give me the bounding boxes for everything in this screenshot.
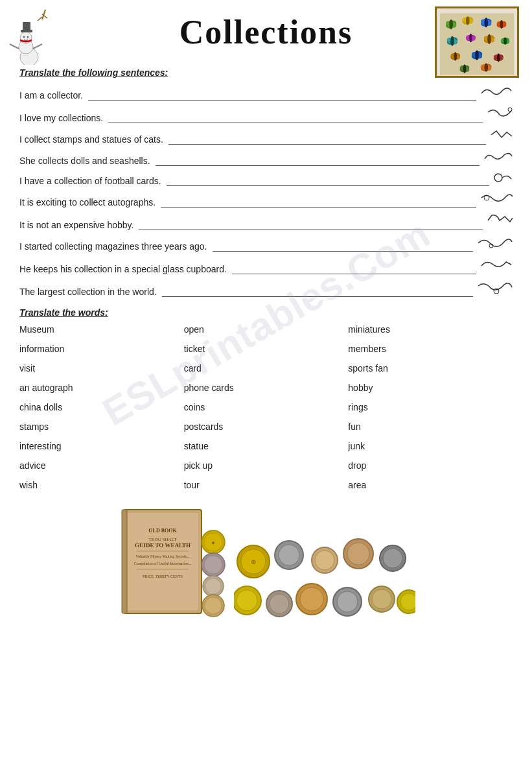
sentence-text: I am a collector. <box>19 90 83 101</box>
answer-line <box>156 154 480 166</box>
answer-line <box>88 89 476 101</box>
svg-point-39 <box>454 52 457 60</box>
butterfly-image <box>435 6 519 78</box>
sentence-row: It is not an expensive hobby. <box>19 213 513 230</box>
svg-point-27 <box>450 36 454 46</box>
sentence-row: I have a collection of football cards. <box>19 171 513 186</box>
svg-text:OLD BOOK: OLD BOOK <box>148 528 177 534</box>
svg-point-95 <box>337 591 358 612</box>
word-item: card <box>184 363 349 373</box>
bottom-images: OLD BOOK THOU SHALT GUIDE TO WEALTH Valu… <box>19 503 513 633</box>
doodle-icon <box>487 106 513 123</box>
character-left <box>6 6 52 58</box>
word-item: china dolls <box>19 402 184 412</box>
answer-line <box>167 174 489 186</box>
sentence-text: I love my collections. <box>19 113 103 123</box>
sentence-text: I started collecting magazines three yea… <box>19 241 207 252</box>
answer-line <box>162 285 473 297</box>
header: Collections <box>0 0 532 58</box>
word-item: tour <box>184 480 349 490</box>
svg-point-52 <box>508 108 512 112</box>
answer-line <box>232 263 476 274</box>
svg-point-21 <box>484 18 488 27</box>
sentence-row: I am a collector. <box>19 84 513 101</box>
sentences-list: I am a collector.I love my collections.I… <box>19 84 513 297</box>
sentence-row: I love my collections. <box>19 106 513 123</box>
doodle-icon <box>480 191 513 207</box>
svg-text:THOU SHALT: THOU SHALT <box>148 537 177 542</box>
svg-point-74 <box>205 578 221 594</box>
doodle-icon <box>480 257 513 274</box>
word-item: postcards <box>184 421 349 432</box>
word-item: hobby <box>348 383 513 393</box>
svg-point-15 <box>449 19 453 29</box>
sentence-text: I have a collection of football cards. <box>19 176 161 186</box>
main-content: Translate the following sentences: I am … <box>0 58 532 646</box>
svg-rect-4 <box>23 22 30 31</box>
word-item: interesting <box>19 441 184 451</box>
word-item: wish <box>19 480 184 490</box>
word-item: members <box>348 344 513 354</box>
svg-text:Compilation of Useful Informat: Compilation of Useful Information... <box>133 562 191 565</box>
book-image: OLD BOOK THOU SHALT GUIDE TO WEALTH Valu… <box>117 503 227 633</box>
svg-point-85 <box>347 543 369 565</box>
word-item: area <box>348 480 513 490</box>
word-item: open <box>184 324 349 335</box>
sentence-row: The largest collection in the world. <box>19 279 513 297</box>
doodle-icon <box>483 150 513 166</box>
words-grid: Museumopenminiaturesinformationticketmem… <box>19 324 513 490</box>
svg-line-11 <box>38 17 42 21</box>
word-item: fun <box>348 421 513 432</box>
sentence-row: I collect stamps and statues of cats. <box>19 128 513 145</box>
sentence-text: She collects dolls and seashells. <box>19 156 150 166</box>
sentence-row: She collects dolls and seashells. <box>19 150 513 166</box>
svg-point-36 <box>503 38 507 45</box>
svg-text:GUIDE TO WEALTH: GUIDE TO WEALTH <box>134 542 190 549</box>
answer-line <box>161 196 476 207</box>
svg-point-45 <box>497 53 500 62</box>
svg-point-51 <box>484 63 488 71</box>
word-item: information <box>19 344 184 354</box>
svg-point-97 <box>372 589 391 609</box>
doodle-icon <box>480 84 513 101</box>
svg-point-24 <box>500 20 503 29</box>
svg-point-42 <box>475 51 479 60</box>
section2-title: Translate the words: <box>19 307 513 318</box>
word-item: statue <box>184 441 349 451</box>
doodle-icon <box>490 128 513 145</box>
coins-image: ⊕ <box>234 529 415 633</box>
sentence-text: He keeps his collection in a special gla… <box>19 264 227 274</box>
word-item: Museum <box>19 324 184 335</box>
svg-point-81 <box>279 545 299 565</box>
svg-point-89 <box>237 590 257 611</box>
word-item: drop <box>348 460 513 471</box>
svg-text:Valuable Money Making Secrets.: Valuable Money Making Secrets... <box>135 554 189 558</box>
word-item: visit <box>19 363 184 373</box>
svg-point-18 <box>466 16 470 25</box>
svg-point-8 <box>27 36 29 38</box>
svg-point-91 <box>270 594 289 613</box>
doodle-icon <box>477 279 513 297</box>
svg-point-30 <box>469 34 472 42</box>
word-item: junk <box>348 441 513 451</box>
doodle-icon <box>477 235 513 252</box>
answer-line <box>213 240 474 252</box>
word-item: advice <box>19 460 184 471</box>
answer-line <box>108 112 483 123</box>
word-item: coins <box>184 402 349 412</box>
sentence-text: It is not an expensive hobby. <box>19 220 133 230</box>
svg-text:PRICE: THIRTY CENTS: PRICE: THIRTY CENTS <box>143 574 183 578</box>
svg-line-5 <box>10 44 19 49</box>
sentence-row: He keeps his collection in a special gla… <box>19 257 513 274</box>
svg-point-33 <box>487 34 491 44</box>
word-item: sports fan <box>348 363 513 373</box>
word-item: phone cards <box>184 383 349 393</box>
svg-rect-67 <box>122 510 127 613</box>
word-item: pick up <box>184 460 349 471</box>
sentence-row: It is exciting to collect autographs. <box>19 191 513 207</box>
answer-line <box>168 133 486 145</box>
svg-point-53 <box>494 174 502 182</box>
svg-text:⊕: ⊕ <box>251 558 256 565</box>
sentence-text: The largest collection in the world. <box>19 287 157 297</box>
doodle-icon <box>493 171 513 186</box>
